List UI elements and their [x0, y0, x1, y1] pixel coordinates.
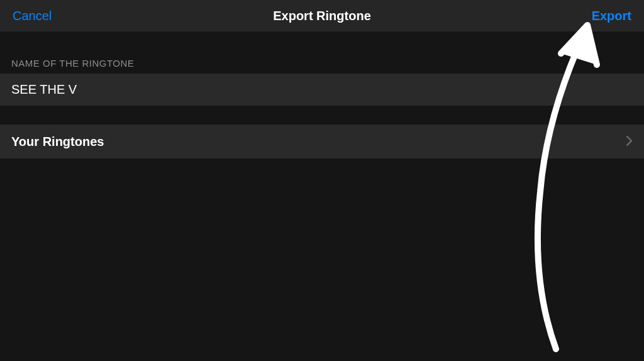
chevron-right-icon: [626, 133, 633, 150]
your-ringtones-row[interactable]: Your Ringtones: [0, 125, 644, 158]
your-ringtones-label: Your Ringtones: [11, 135, 104, 149]
export-button[interactable]: Export: [592, 9, 631, 23]
section-header-name: NAME OF THE RINGTONE: [0, 31, 644, 74]
cancel-button[interactable]: Cancel: [13, 9, 52, 23]
spacer: [0, 106, 644, 125]
navbar: Cancel Export Ringtone Export: [0, 0, 644, 31]
ringtone-name-input[interactable]: [11, 82, 633, 97]
ringtone-name-row[interactable]: [0, 74, 644, 106]
page-title: Export Ringtone: [273, 9, 371, 23]
